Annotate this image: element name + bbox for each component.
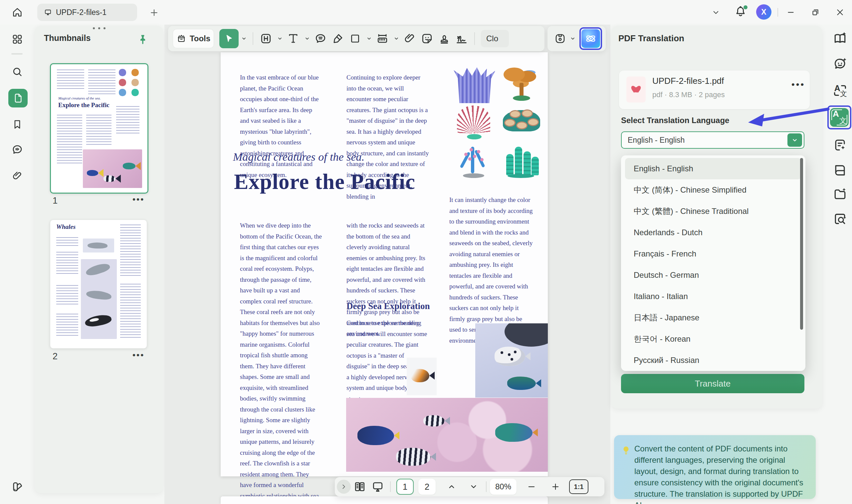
panel-drag-handle[interactable] bbox=[90, 27, 108, 29]
thumbnail-2-menu[interactable]: ••• bbox=[132, 350, 147, 360]
close-window-button[interactable] bbox=[833, 7, 847, 18]
restore-button[interactable] bbox=[809, 7, 822, 18]
coral-illustration bbox=[454, 67, 495, 103]
save-dropdown[interactable] bbox=[569, 35, 577, 42]
text-lines-placeholder bbox=[57, 70, 84, 89]
shape-tool-dropdown[interactable] bbox=[365, 35, 373, 42]
main-toolbar: Tools bbox=[168, 26, 545, 51]
rail-item-pdf-translation-active[interactable]: A 文 bbox=[830, 108, 849, 127]
pdf-page-1[interactable]: In the vast embrace of our blue planet, … bbox=[221, 52, 548, 476]
language-option[interactable]: Русский - Russian bbox=[625, 349, 801, 371]
file-name: UPDF-2-files-1.pdf bbox=[652, 76, 724, 86]
translate-button[interactable]: Translate bbox=[621, 374, 804, 393]
next-page-button[interactable] bbox=[465, 479, 483, 495]
language-option[interactable]: Français - French bbox=[625, 243, 801, 265]
save-button[interactable] bbox=[553, 29, 567, 48]
zoom-out-button[interactable] bbox=[522, 479, 540, 495]
plus-icon bbox=[149, 8, 159, 18]
select-tool-dropdown[interactable] bbox=[240, 35, 248, 42]
translate-icon: A 文 bbox=[832, 83, 848, 98]
rail-item-ai-chat[interactable] bbox=[832, 56, 848, 72]
book-sparkle-icon bbox=[833, 31, 847, 46]
language-option[interactable]: Italiano - Italian bbox=[625, 286, 801, 307]
rail-item-summarize[interactable] bbox=[832, 137, 848, 153]
zoom-level-button[interactable]: 80% bbox=[490, 479, 516, 495]
actual-size-button[interactable]: 1:1 bbox=[569, 480, 588, 494]
sidebar-item-swatches[interactable] bbox=[8, 479, 26, 496]
highlighter-tool-button[interactable] bbox=[329, 29, 347, 48]
sidebar-item-attachments[interactable] bbox=[8, 167, 26, 185]
thumbnail-page-2[interactable]: Whales bbox=[50, 219, 147, 349]
ai-swirl-icon bbox=[584, 32, 598, 45]
doc-tagline: Magical creatures of the sea. bbox=[233, 151, 365, 163]
dropdown-scrollbar[interactable] bbox=[800, 158, 803, 368]
notifications-button[interactable] bbox=[734, 5, 748, 20]
presentation-button[interactable] bbox=[369, 479, 387, 495]
comment-tool-button[interactable] bbox=[312, 29, 329, 48]
zoom-in-button[interactable] bbox=[547, 479, 565, 495]
signature-tool-button[interactable] bbox=[453, 29, 470, 48]
language-option[interactable]: 日本語 - Japanese bbox=[625, 307, 801, 328]
avatar[interactable]: X bbox=[756, 4, 771, 20]
rail-item-ai-files[interactable] bbox=[832, 186, 848, 202]
coral-thumb bbox=[119, 89, 126, 96]
language-option[interactable]: 中文 (繁體) - Chinese Traditional bbox=[625, 201, 801, 222]
measure-tool-dropdown[interactable] bbox=[392, 35, 401, 42]
heading-tool-dropdown[interactable] bbox=[276, 35, 284, 42]
collapse-bar-button[interactable] bbox=[337, 480, 351, 494]
rail-item-reader[interactable] bbox=[832, 162, 848, 178]
titlebar-dropdown-button[interactable] bbox=[710, 7, 722, 17]
rail-item-ai-read[interactable] bbox=[832, 31, 848, 47]
text-tool-dropdown[interactable] bbox=[303, 35, 311, 42]
shape-tool-button[interactable] bbox=[347, 29, 364, 48]
sidebar-item-bookmarks[interactable] bbox=[8, 116, 26, 133]
thumbnail-page-1[interactable]: Magical creatures of the sea. Explore th… bbox=[50, 63, 148, 194]
pdf-page-2-edge[interactable] bbox=[221, 496, 548, 504]
text-lines-placeholder bbox=[56, 237, 78, 246]
file-menu-button[interactable]: ••• bbox=[792, 79, 805, 90]
text-tool-button[interactable] bbox=[285, 29, 302, 48]
stamp-tool-button[interactable] bbox=[436, 29, 453, 48]
sidebar-item-thumbnails-active[interactable] bbox=[8, 89, 28, 107]
attach-tool-button[interactable] bbox=[401, 29, 418, 48]
pin-panel-button[interactable] bbox=[137, 33, 149, 46]
sticker-tool-button[interactable] bbox=[418, 29, 436, 48]
heading-tool-button[interactable] bbox=[257, 29, 274, 48]
language-option[interactable]: 中文 (简体) - Chinese Simplified bbox=[625, 179, 801, 201]
page-1-button[interactable]: 1 bbox=[396, 479, 414, 495]
page-2-button[interactable]: 2 bbox=[418, 479, 436, 495]
sidebar-item-comments[interactable] bbox=[8, 141, 26, 158]
language-option[interactable]: 한국어 - Korean bbox=[625, 328, 801, 349]
measure-tool-button[interactable] bbox=[374, 29, 391, 48]
annotation-arrow bbox=[742, 100, 832, 137]
tools-button[interactable]: Tools bbox=[173, 29, 214, 48]
rail-item-ai-search[interactable] bbox=[832, 211, 848, 227]
file-meta: pdf · 8.3 MB · 2 pages bbox=[652, 90, 725, 99]
rail-item-translate-text[interactable]: A 文 bbox=[832, 83, 848, 98]
minimize-button[interactable] bbox=[784, 7, 797, 18]
language-option[interactable]: Deutsch - German bbox=[625, 265, 801, 286]
new-tab-button[interactable] bbox=[148, 7, 160, 18]
scrollbar-thumb[interactable] bbox=[800, 158, 803, 330]
document-tab[interactable]: UPDF-2-files-1 bbox=[37, 4, 137, 21]
page-navigation-bar: 1 2 80% 1:1 bbox=[335, 477, 604, 496]
doc-paragraph: In the vast embrace of our blue planet, … bbox=[240, 72, 322, 180]
thumb2-whale-photo bbox=[83, 238, 114, 252]
previous-page-button[interactable] bbox=[443, 479, 461, 495]
two-page-view-button[interactable] bbox=[351, 479, 369, 495]
sidebar-item-search[interactable] bbox=[8, 63, 26, 80]
coral-thumb bbox=[119, 69, 126, 76]
close-tools-button[interactable]: Clo bbox=[481, 30, 509, 47]
page-icon bbox=[13, 93, 23, 104]
select-tool-button-active[interactable] bbox=[219, 29, 238, 48]
text-lines-placeholder bbox=[86, 115, 111, 145]
home-button[interactable] bbox=[10, 6, 24, 19]
ai-assistant-button[interactable] bbox=[582, 29, 600, 48]
text-lines-placeholder bbox=[116, 106, 139, 135]
thumbnail-1-menu[interactable]: ••• bbox=[132, 194, 147, 204]
language-option[interactable]: Nederlands - Dutch bbox=[625, 222, 801, 243]
text-lines-placeholder bbox=[56, 252, 78, 275]
language-option[interactable]: English - English bbox=[625, 158, 801, 179]
sidebar-item-apps[interactable] bbox=[8, 31, 26, 48]
thumbnails-panel-title: Thumbnails bbox=[44, 33, 90, 43]
